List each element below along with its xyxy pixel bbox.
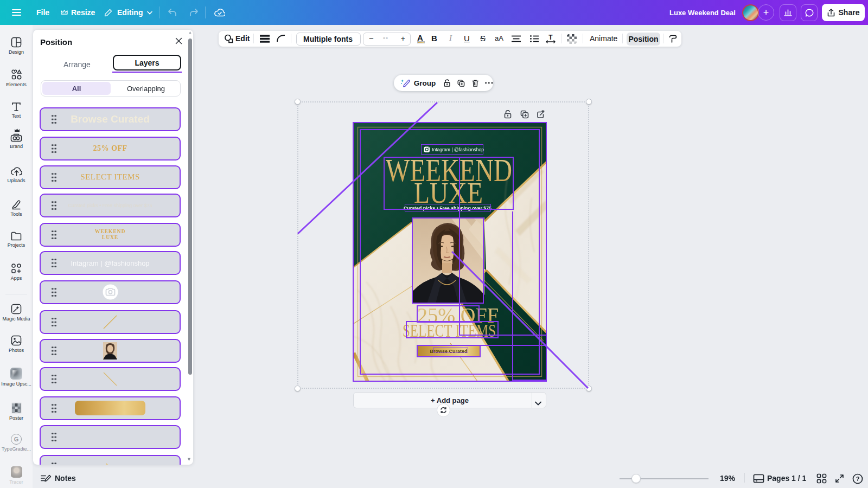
svg-text:?: ? [856, 476, 860, 482]
svg-text:T: T [548, 34, 553, 41]
